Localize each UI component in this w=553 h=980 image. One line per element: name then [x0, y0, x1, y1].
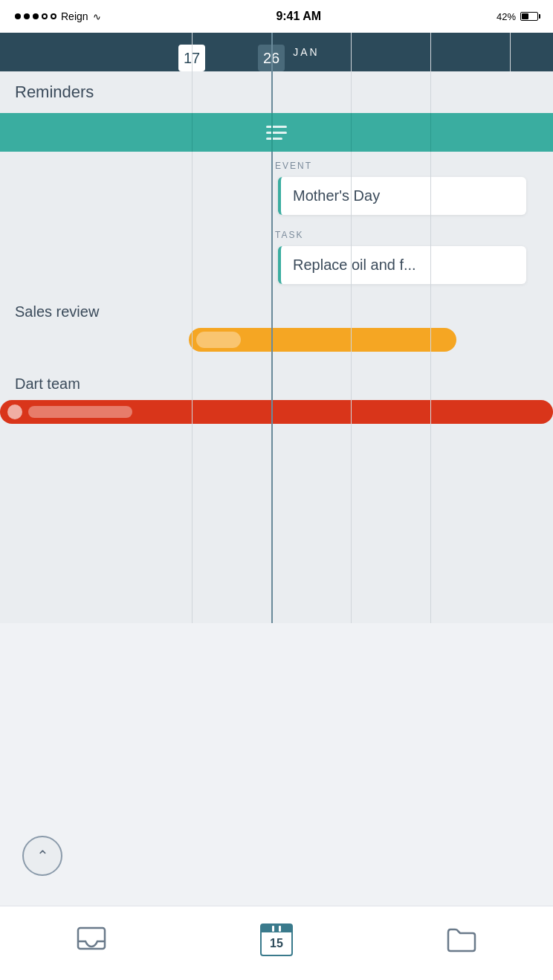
- grid-line-26: [271, 33, 273, 71]
- folder-icon: [447, 926, 476, 953]
- nav-calendar[interactable]: 15: [260, 923, 293, 956]
- grid-s3: [351, 296, 352, 368]
- task-card[interactable]: Replace oil and f...: [278, 246, 526, 284]
- event-section: EVENT Mother's Day: [0, 152, 553, 221]
- sales-review-bar: [189, 328, 456, 352]
- grid-t3: [351, 221, 352, 296]
- grid-teal-4: [430, 113, 431, 152]
- grid-teal-3: [351, 113, 352, 152]
- mothers-day-text: Mother's Day: [293, 187, 380, 204]
- reminders-row: Reminders: [0, 71, 553, 113]
- timeline-content: JAN 17 26 Reminders EVENT: [0, 33, 553, 906]
- time-display: 9:41 AM: [276, 10, 321, 23]
- mothers-day-card[interactable]: Mother's Day: [278, 177, 526, 215]
- bar-inner-highlight: [196, 332, 241, 348]
- dart-team-row: Dart team: [0, 368, 553, 430]
- grid-t2: [271, 221, 273, 296]
- grid-line-3: [351, 33, 352, 71]
- chevron-up-icon: ⌃: [36, 847, 49, 865]
- grid-teal-1: [192, 113, 193, 152]
- grid-s1: [192, 296, 193, 368]
- dart-inner-bar: [28, 406, 132, 418]
- dart-dot: [7, 404, 22, 419]
- grid-line-17: [192, 33, 193, 71]
- grid-e2: [271, 152, 273, 221]
- status-right: 42%: [497, 11, 538, 22]
- battery-icon: [520, 12, 538, 21]
- cal-top-bar: [262, 925, 291, 932]
- grid-e3: [351, 152, 352, 221]
- bottom-nav: 15: [0, 906, 553, 980]
- hamburger-icon: [266, 126, 287, 140]
- task-text: Replace oil and f...: [293, 257, 416, 273]
- grid-line-r1: [192, 71, 193, 113]
- nav-inbox[interactable]: [77, 926, 106, 953]
- dot1: [15, 13, 21, 19]
- empty-space: [0, 430, 553, 623]
- dot5: [51, 13, 56, 19]
- grid-d3: [351, 368, 352, 430]
- grid-line-r2: [271, 71, 273, 113]
- grid-empty1: [192, 430, 193, 623]
- grid-line-4: [430, 33, 431, 71]
- dot2: [24, 13, 30, 19]
- grid-e1: [192, 152, 193, 221]
- dart-team-bar: [0, 400, 553, 424]
- grid-line-r4: [430, 71, 431, 113]
- dot4: [42, 13, 48, 19]
- grid-empty4: [430, 430, 431, 623]
- grid-t4: [430, 221, 431, 296]
- signal-dots: [15, 13, 56, 19]
- task-section: TASK Replace oil and f...: [0, 221, 553, 296]
- dot3: [33, 13, 39, 19]
- carrier-label: Reign: [61, 10, 88, 22]
- cal-date: 15: [262, 932, 291, 955]
- battery-fill: [522, 13, 528, 19]
- wifi-icon: ∿: [93, 11, 101, 22]
- sales-review-row: Sales review: [0, 296, 553, 368]
- status-bar: Reign ∿ 9:41 AM 42%: [0, 0, 553, 33]
- grid-line-r3: [351, 71, 352, 113]
- calendar-nav-icon: 15: [260, 923, 293, 956]
- grid-empty3: [351, 430, 352, 623]
- sales-review-label: Sales review: [0, 303, 553, 320]
- grid-d4: [430, 368, 431, 430]
- grid-d1: [192, 368, 193, 430]
- month-header: JAN 17 26: [0, 33, 553, 71]
- teal-bar[interactable]: [0, 113, 553, 152]
- battery-percent: 42%: [497, 11, 516, 22]
- grid-t1: [192, 221, 193, 296]
- nav-folder[interactable]: [447, 926, 476, 953]
- grid-line-5: [510, 33, 511, 71]
- grid-s2: [271, 296, 273, 368]
- inbox-icon: [77, 926, 106, 953]
- grid-s4: [430, 296, 431, 368]
- grid-empty2: [271, 430, 273, 623]
- task-label-header: TASK: [0, 230, 553, 240]
- status-left: Reign ∿: [15, 10, 101, 22]
- grid-e4: [430, 152, 431, 221]
- reminders-label: Reminders: [15, 83, 94, 102]
- grid-teal-2: [271, 113, 273, 152]
- grid-d2: [271, 368, 273, 430]
- month-label: JAN: [293, 46, 319, 58]
- event-label: EVENT: [0, 161, 553, 171]
- dart-team-label: Dart team: [0, 375, 553, 393]
- scroll-up-button[interactable]: ⌃: [22, 836, 62, 876]
